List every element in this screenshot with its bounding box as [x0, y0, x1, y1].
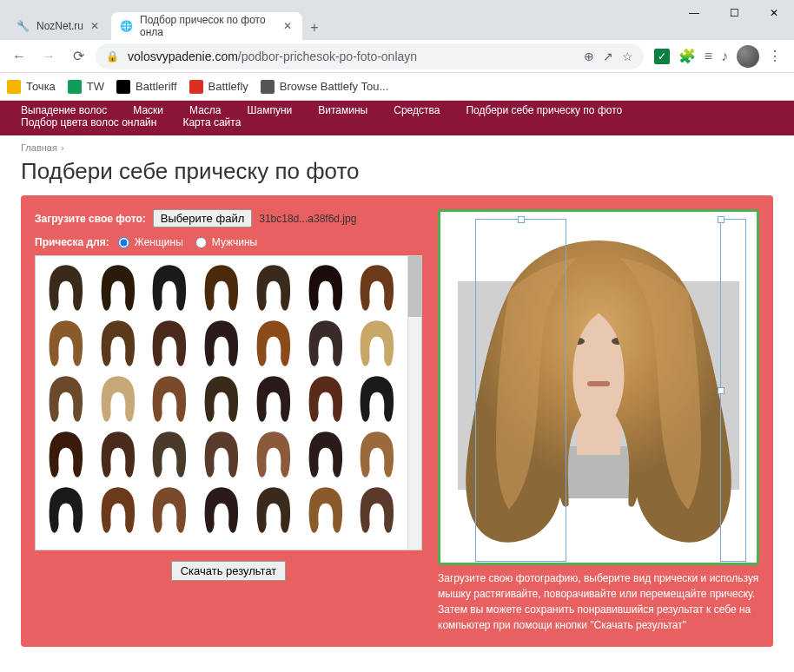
bookmark-battlefly[interactable]: Battlefly	[189, 80, 248, 94]
tab-noznet[interactable]: 🔧 NozNet.ru ✕	[7, 12, 111, 40]
label-women[interactable]: Женщины	[135, 236, 183, 248]
extension-music-icon[interactable]: ♪	[721, 49, 728, 64]
extension-puzzle-icon[interactable]: 🧩	[678, 48, 696, 64]
breadcrumb: Главная›	[21, 142, 773, 153]
nav-link[interactable]: Карта сайта	[182, 116, 241, 128]
hairstyle-thumbnail[interactable]	[301, 261, 351, 315]
hairstyle-thumbnail[interactable]	[352, 428, 402, 482]
hairstyle-thumbnail[interactable]	[41, 261, 91, 315]
nav-link[interactable]: Средства	[394, 104, 440, 116]
hairstyle-thumbnail[interactable]	[352, 484, 402, 537]
radio-men[interactable]	[195, 237, 207, 248]
menu-icon[interactable]: ⋮	[768, 48, 782, 64]
hairstyle-thumbnail[interactable]	[144, 484, 195, 537]
hairstyle-thumbnail[interactable]	[248, 428, 299, 482]
tab-title: NozNet.ru	[36, 20, 83, 32]
hairstyle-thumbnail[interactable]	[196, 317, 247, 371]
site-navigation: Выпадение волосМаскиМаслаШампуниВитамины…	[0, 101, 794, 135]
close-window-button[interactable]: ✕	[754, 0, 794, 26]
globe-icon: 🌐	[120, 19, 133, 33]
uploaded-filename: 31bc18d...a38f6d.jpg	[259, 213, 356, 225]
hairstyle-thumbnail[interactable]	[144, 261, 195, 315]
hairstyle-thumbnail[interactable]	[196, 261, 247, 315]
hairstyle-thumbnail[interactable]	[248, 484, 299, 537]
scrollbar-thumb[interactable]	[408, 256, 421, 317]
selection-right[interactable]	[720, 219, 746, 562]
nav-link[interactable]: Шампуни	[248, 104, 293, 116]
bookmark-tochka[interactable]: Точка	[7, 80, 56, 94]
nav-link[interactable]: Подбери себе прическу по фото	[466, 104, 622, 116]
hairstyle-thumbnail[interactable]	[93, 484, 143, 537]
preview-canvas[interactable]	[438, 209, 759, 565]
hairstyle-thumbnail[interactable]	[41, 372, 91, 426]
nav-link[interactable]: Витамины	[318, 104, 367, 116]
selection-left[interactable]	[475, 219, 566, 562]
hairstyle-thumbnail[interactable]	[301, 317, 351, 371]
browser-toolbar: ← → ⟳ 🔒 volosvypadenie.com/podbor-priche…	[0, 40, 794, 73]
upload-label: Загрузите свое фото:	[35, 213, 146, 225]
label-men[interactable]: Мужчины	[212, 236, 257, 248]
hairstyle-thumbnail[interactable]	[248, 317, 299, 371]
share-icon[interactable]: ↗	[603, 49, 613, 63]
profile-avatar[interactable]	[737, 45, 759, 68]
hairstyle-thumbnail[interactable]	[301, 372, 351, 426]
gender-label: Прическа для:	[35, 236, 109, 248]
url-domain: volosvypadenie.com	[128, 49, 238, 63]
hairstyle-thumbnail[interactable]	[93, 317, 143, 371]
download-result-button[interactable]: Скачать результат	[171, 561, 287, 581]
hairstyle-thumbnail[interactable]	[196, 372, 247, 426]
back-button[interactable]: ←	[7, 44, 31, 69]
hairstyle-thumbnail[interactable]	[196, 484, 247, 537]
maximize-button[interactable]: ☐	[714, 0, 754, 26]
wrench-icon: 🔧	[16, 19, 30, 33]
lock-icon: 🔒	[106, 50, 119, 63]
nav-link[interactable]: Выпадение волос	[21, 104, 107, 116]
hairstyle-thumbnail[interactable]	[352, 317, 402, 371]
extension-list-icon[interactable]: ≡	[705, 49, 712, 64]
forward-button[interactable]: →	[36, 44, 61, 69]
grid-scrollbar[interactable]	[407, 256, 421, 550]
bookmark-battlefy-tour[interactable]: Browse Battlefy Tou...	[261, 80, 389, 94]
hairstyle-thumbnail[interactable]	[93, 261, 143, 315]
bookmark-battleriff[interactable]: Battleriff	[116, 80, 176, 94]
search-icon[interactable]: ⊕	[584, 49, 594, 63]
bookmark-tw[interactable]: TW	[68, 80, 104, 94]
breadcrumb-home[interactable]: Главная	[21, 142, 57, 153]
minimize-button[interactable]: —	[674, 0, 714, 26]
star-icon[interactable]: ☆	[622, 49, 633, 63]
hairstyle-thumbnail[interactable]	[248, 372, 299, 426]
hairstyle-thumbnail[interactable]	[301, 484, 351, 537]
hairstyle-thumbnail[interactable]	[352, 261, 402, 315]
tab-hairstyle[interactable]: 🌐 Подбор причесок по фото онла ✕	[111, 12, 302, 40]
hairstyle-thumbnail[interactable]	[248, 261, 299, 315]
hairstyle-thumbnail[interactable]	[144, 317, 195, 371]
new-tab-button[interactable]: +	[302, 16, 327, 40]
close-icon[interactable]: ✕	[283, 20, 294, 32]
nav-link[interactable]: Маски	[133, 104, 163, 116]
close-icon[interactable]: ✕	[90, 20, 103, 32]
reload-button[interactable]: ⟳	[66, 44, 90, 69]
nav-link[interactable]: Подбор цвета волос онлайн	[21, 116, 156, 128]
choose-file-button[interactable]: Выберите файл	[153, 209, 252, 227]
hairstyle-thumbnail[interactable]	[144, 428, 195, 482]
tab-title: Подбор причесок по фото онла	[140, 14, 275, 38]
hairstyle-thumbnail[interactable]	[93, 372, 143, 426]
hairstyle-thumbnail[interactable]	[352, 372, 402, 426]
hairstyle-thumbnail[interactable]	[41, 484, 91, 537]
hairstyle-thumbnail[interactable]	[196, 428, 247, 482]
instructions-text: Загрузите свою фотографию, выберите вид …	[438, 570, 759, 633]
hairstyle-thumbnail[interactable]	[301, 428, 351, 482]
extension-check-icon[interactable]: ✓	[654, 49, 670, 64]
hairstyle-thumbnail[interactable]	[41, 317, 91, 371]
hairstyle-thumbnail[interactable]	[93, 428, 143, 482]
bookmarks-bar: Точка TW Battleriff Battlefly Browse Bat…	[0, 73, 794, 101]
address-bar[interactable]: 🔒 volosvypadenie.com/podbor-prichesok-po…	[96, 43, 644, 69]
nav-link[interactable]: Масла	[189, 104, 221, 116]
chevron-right-icon: ›	[61, 142, 64, 153]
hairstyle-thumbnail[interactable]	[144, 372, 195, 426]
hairstyle-thumbnail[interactable]	[41, 428, 91, 482]
tab-strip: 🔧 NozNet.ru ✕ 🌐 Подбор причесок по фото …	[0, 9, 794, 40]
radio-women[interactable]	[118, 237, 129, 248]
page-title: Подбери себе прическу по фото	[21, 158, 773, 185]
hairstyle-grid	[36, 256, 407, 550]
